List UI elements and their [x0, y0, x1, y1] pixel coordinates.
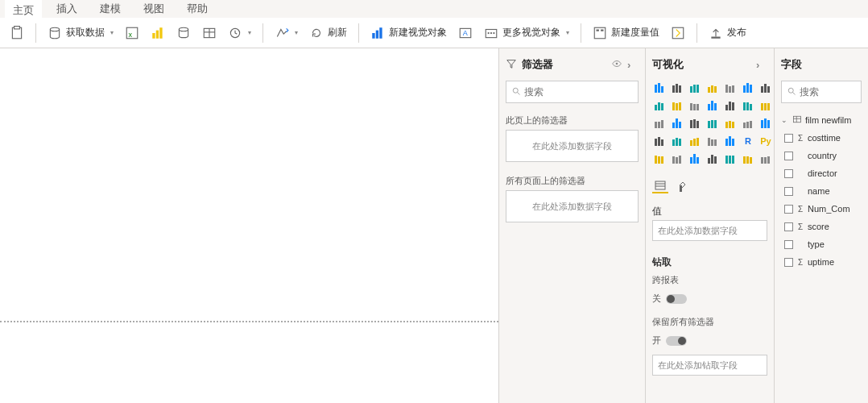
quick-measure-button[interactable]	[666, 22, 690, 44]
viz-type-donut[interactable]	[705, 116, 720, 131]
page-filters-drop[interactable]: 在此处添加数据字段	[506, 130, 639, 162]
viz-type-line[interactable]	[652, 98, 667, 113]
viz-type-ribbon[interactable]	[741, 98, 755, 113]
ribbon-tab-help[interactable]: 帮助	[179, 0, 216, 19]
table-node[interactable]: ⌄ film newfilm	[781, 111, 862, 129]
paste-button[interactable]	[5, 22, 29, 44]
viz-type-line-clustered[interactable]	[723, 98, 738, 113]
viz-type-pie[interactable]	[688, 116, 702, 131]
viz-type-stacked-bar-h[interactable]	[758, 81, 773, 95]
viz-type-line-column[interactable]	[705, 98, 720, 113]
svg-rect-31	[658, 83, 660, 93]
tab-format[interactable]	[675, 179, 691, 193]
checkbox[interactable]	[784, 152, 793, 160]
svg-rect-128	[767, 156, 770, 164]
field-score[interactable]: Σscore	[784, 218, 862, 235]
ribbon-tab-model[interactable]: 建模	[92, 0, 129, 19]
viz-type-stacked-bar[interactable]	[652, 81, 667, 95]
chevron-right-icon[interactable]: ›	[627, 59, 639, 71]
field-name[interactable]: name	[784, 182, 862, 200]
fields-search-input[interactable]	[800, 86, 868, 98]
svg-rect-94	[658, 137, 660, 146]
viz-type-table[interactable]	[705, 134, 720, 148]
new-visual-button[interactable]: 新建视觉对象	[366, 22, 452, 44]
viz-type-stacked-area[interactable]	[688, 98, 702, 113]
viz-type-stacked-column[interactable]	[670, 81, 684, 95]
checkbox[interactable]	[784, 258, 793, 267]
svg-rect-115	[693, 154, 696, 164]
transform-data-button[interactable]: ▾	[270, 22, 303, 44]
sql-source-button[interactable]	[172, 22, 196, 44]
text-box-button[interactable]: A	[453, 22, 477, 44]
fields-search[interactable]	[781, 81, 862, 103]
tab-fields[interactable]	[652, 179, 668, 193]
values-drop[interactable]: 在此处添加数据字段	[652, 220, 767, 241]
publish-button[interactable]: 发布	[704, 22, 751, 44]
all-pages-filters-drop[interactable]: 在此处添加数据字段	[506, 190, 639, 222]
viz-type-card[interactable]	[652, 134, 667, 148]
checkbox[interactable]	[784, 187, 793, 196]
ribbon-tabs: 主页 插入 建模 视图 帮助	[0, 0, 868, 18]
viz-type-multi-card[interactable]	[670, 152, 684, 166]
viz-type-slicer[interactable]	[688, 134, 702, 148]
ribbon-tab-insert[interactable]: 插入	[48, 0, 85, 19]
viz-type-filled-map[interactable]	[758, 116, 773, 131]
recent-sources-button[interactable]: ▾	[223, 22, 256, 44]
svg-rect-43	[729, 86, 731, 93]
viz-type-paginated[interactable]	[741, 152, 755, 166]
viz-type-py[interactable]: Py	[758, 134, 773, 148]
ribbon-tab-view[interactable]: 视图	[135, 0, 172, 19]
svg-rect-5	[152, 33, 155, 39]
viz-type-matrix[interactable]	[723, 134, 738, 148]
svg-rect-80	[696, 121, 699, 128]
viz-type-clustered-column[interactable]	[705, 81, 720, 95]
viz-type-kpi[interactable]	[670, 134, 684, 148]
get-data-button[interactable]: 获取数据 ▾	[43, 22, 118, 44]
viz-type-gauge[interactable]	[652, 152, 667, 166]
viz-type-map[interactable]	[741, 116, 755, 131]
drill-drop[interactable]: 在此处添加钻取字段	[652, 355, 767, 376]
viz-type-r[interactable]: R	[741, 134, 755, 148]
svg-rect-67	[746, 102, 749, 110]
viz-type-area[interactable]	[670, 98, 684, 113]
values-label: 值	[652, 205, 767, 218]
more-visuals-button[interactable]: 更多视觉对象 ▾	[479, 22, 574, 44]
refresh-button[interactable]: 刷新	[304, 22, 352, 44]
report-canvas[interactable]	[0, 48, 499, 403]
viz-type-qa[interactable]	[723, 152, 738, 166]
viz-type-100-bar[interactable]	[723, 81, 738, 95]
checkbox[interactable]	[784, 205, 793, 214]
viz-type-scatter[interactable]	[670, 116, 684, 131]
eye-icon[interactable]	[611, 58, 622, 72]
viz-type-funnel[interactable]	[652, 116, 667, 131]
enter-data-button[interactable]	[197, 22, 221, 44]
cross-report-toggle[interactable]	[666, 294, 687, 304]
field-Num_Com[interactable]: ΣNum_Com	[784, 200, 862, 218]
svg-rect-33	[672, 85, 675, 93]
new-measure-button[interactable]: 新建度量值	[588, 22, 664, 44]
viz-type-treemap[interactable]	[723, 116, 738, 131]
chevron-right-icon[interactable]: ›	[756, 59, 767, 71]
checkbox[interactable]	[784, 169, 793, 178]
keep-filters-toggle[interactable]	[666, 336, 687, 346]
viz-type-key-influencers[interactable]	[688, 152, 702, 166]
filters-search-input[interactable]	[524, 86, 645, 98]
ribbon-tab-home[interactable]: 主页	[5, 0, 42, 21]
pbi-dataset-button[interactable]	[146, 22, 170, 44]
viz-type-arcgis[interactable]	[758, 152, 773, 166]
filters-search[interactable]	[506, 81, 639, 103]
viz-type-waterfall[interactable]	[758, 98, 773, 113]
field-uptime[interactable]: Σuptime	[784, 253, 862, 271]
field-country[interactable]: country	[784, 147, 862, 164]
field-type[interactable]: type	[784, 235, 862, 253]
excel-source-button[interactable]: x	[120, 22, 144, 44]
checkbox[interactable]	[784, 134, 793, 143]
checkbox[interactable]	[784, 240, 793, 249]
field-director[interactable]: director	[784, 164, 862, 182]
field-costtime[interactable]: Σcosttime	[784, 129, 862, 147]
checkbox[interactable]	[784, 222, 793, 231]
viz-type-clustered-bar[interactable]	[688, 81, 702, 95]
refresh-label: 刷新	[328, 26, 347, 39]
viz-type-100-column[interactable]	[741, 81, 755, 95]
viz-type-decomp[interactable]	[705, 152, 720, 166]
